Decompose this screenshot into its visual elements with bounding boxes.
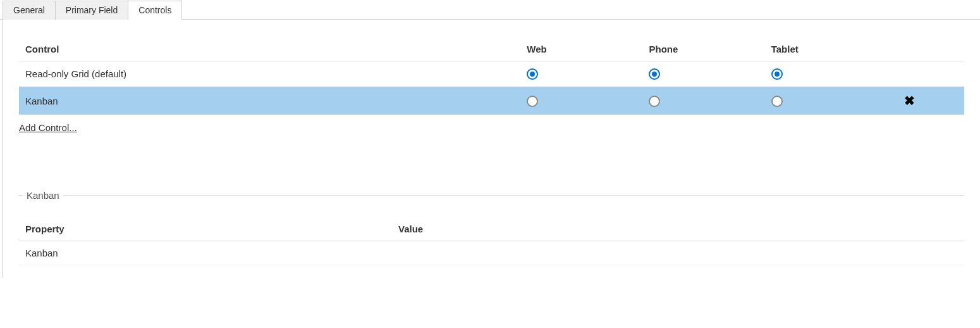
radio-phone[interactable] (649, 68, 660, 80)
header-property: Property (19, 218, 392, 241)
radio-phone[interactable] (649, 96, 660, 107)
details-fieldset: Kanban Property Value Kanban (19, 190, 964, 265)
property-value (392, 241, 964, 265)
radio-tablet[interactable] (771, 68, 783, 80)
tab-controls[interactable]: Controls (128, 1, 182, 20)
header-web: Web (520, 39, 642, 61)
header-control: Control (19, 39, 520, 61)
tab-bar: General Primary Field Controls (0, 0, 980, 20)
tab-content: Control Web Phone Tablet Read-only Grid … (3, 20, 980, 278)
details-legend: Kanban (23, 190, 63, 201)
table-row[interactable]: Kanban ✖ (19, 87, 964, 115)
header-phone: Phone (642, 39, 764, 61)
properties-table: Property Value Kanban (19, 218, 964, 265)
property-name: Kanban (19, 241, 392, 265)
tab-primary-field[interactable]: Primary Field (56, 1, 128, 20)
radio-web[interactable] (527, 96, 538, 107)
radio-tablet[interactable] (771, 96, 783, 107)
header-value: Value (392, 218, 964, 241)
radio-web[interactable] (527, 68, 538, 80)
control-name: Kanban (19, 87, 520, 115)
close-icon[interactable]: ✖ (893, 93, 926, 108)
header-action (887, 39, 964, 61)
table-row[interactable]: Read-only Grid (default) (19, 61, 964, 87)
table-row[interactable]: Kanban (19, 241, 964, 265)
add-control-link[interactable]: Add Control... (19, 122, 77, 133)
control-name: Read-only Grid (default) (19, 61, 520, 87)
header-tablet: Tablet (765, 39, 887, 61)
tab-general[interactable]: General (3, 1, 56, 20)
controls-table: Control Web Phone Tablet Read-only Grid … (19, 39, 964, 115)
